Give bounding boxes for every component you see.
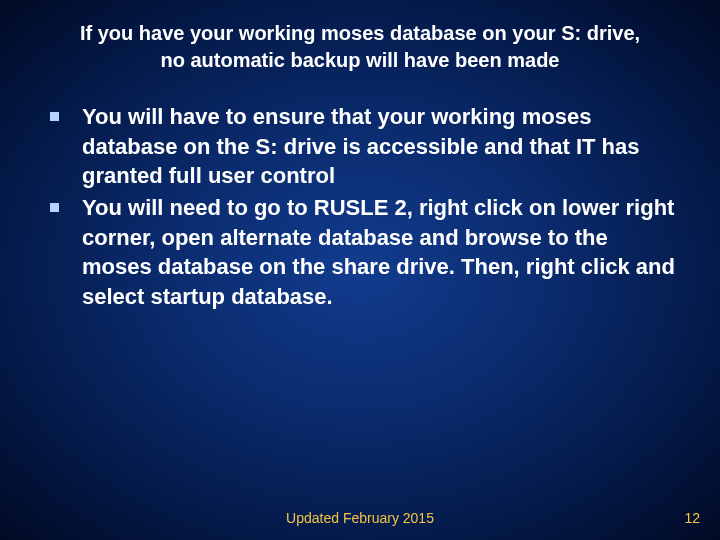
list-item: You will need to go to RUSLE 2, right cl… <box>40 193 680 312</box>
bullet-text: You will need to go to RUSLE 2, right cl… <box>82 195 675 309</box>
page-number: 12 <box>684 510 700 526</box>
list-item: You will have to ensure that your workin… <box>40 102 680 191</box>
slide-title: If you have your working moses database … <box>30 20 690 74</box>
slide-content: You will have to ensure that your workin… <box>30 102 690 312</box>
footer-date: Updated February 2015 <box>0 510 720 526</box>
slide: If you have your working moses database … <box>0 0 720 540</box>
bullet-text: You will have to ensure that your workin… <box>82 104 640 188</box>
title-text: If you have your working moses database … <box>80 22 640 71</box>
bullet-list: You will have to ensure that your workin… <box>40 102 680 312</box>
